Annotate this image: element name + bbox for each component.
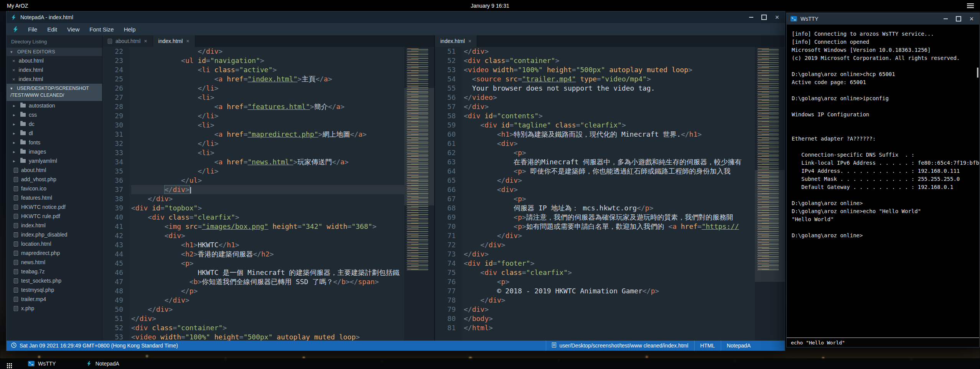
code-line[interactable]: </div> xyxy=(464,47,755,56)
code-line[interactable]: </li> xyxy=(131,84,404,93)
app-launcher-button[interactable] xyxy=(7,363,12,364)
code-line[interactable]: <a href="news.html">玩家傳送門</a> xyxy=(131,157,404,167)
tree-file[interactable]: HKWTC rule.pdf xyxy=(7,212,102,221)
code-line[interactable]: HKWTC 是一個 Minecraft 的建築伺服器，主要建築計劃包括鐵 xyxy=(131,268,404,277)
notepada-titlebar[interactable]: NotepadA - index.html × xyxy=(7,12,785,23)
code-line[interactable]: </div> xyxy=(464,231,755,240)
editor-tab[interactable]: index.html× xyxy=(153,35,195,47)
editor-tab[interactable]: about.html× xyxy=(102,35,153,47)
code-line[interactable]: <p>請注意，我們的伺服器為確保玩家及遊玩時的質素，我們對的服務開 xyxy=(464,213,755,222)
code-line[interactable]: </div> xyxy=(131,314,404,323)
tree-folder[interactable]: ▸css xyxy=(7,110,102,119)
code-line[interactable]: <div id="tagline" class="clearfix"> xyxy=(464,121,755,130)
minimap-viewport[interactable] xyxy=(755,170,785,282)
code-line[interactable]: <div> xyxy=(464,185,755,194)
code-line[interactable]: <a href="features.html">簡介</a> xyxy=(131,102,404,111)
tree-file[interactable]: mapredirect.php xyxy=(7,248,102,258)
terminal-scrollbar-thumb[interactable] xyxy=(977,68,978,78)
maximize-icon[interactable] xyxy=(760,13,768,21)
code-line[interactable]: <li> xyxy=(131,148,404,157)
code-line[interactable]: <a href="mapredirect.php">網上地圖</a> xyxy=(131,130,404,139)
tab-close-icon[interactable]: × xyxy=(144,38,147,44)
code-line[interactable]: <div id="footer"> xyxy=(464,259,755,268)
tree-folder[interactable]: ▸autostation xyxy=(7,101,102,110)
code-line[interactable]: </div> xyxy=(131,47,404,56)
code-line[interactable]: <li class="active"> xyxy=(131,65,404,74)
code-editor-right[interactable]: 5152535455565758596061626364656667686970… xyxy=(435,47,755,341)
code-line[interactable]: </body> xyxy=(464,314,755,323)
tree-folder[interactable]: ▸fonts xyxy=(7,138,102,147)
code-line[interactable]: <video width="100%" height="500px" autop… xyxy=(464,65,755,74)
code-line[interactable]: 在香港的Minecraft 伺服器中，多為小遊戲和純生存的伺服器，較少擁有 xyxy=(464,157,755,167)
tree-file[interactable]: teabag.7z xyxy=(7,267,102,276)
code-line[interactable]: </html> xyxy=(464,323,755,333)
code-line[interactable]: </div> xyxy=(464,176,755,185)
code-line[interactable]: © 2018 - 2019 HKWTC Animation Gamer</p> xyxy=(464,286,755,296)
close-icon[interactable]: × xyxy=(773,13,781,21)
code-lines-left[interactable]: </div> <ul id="navigation"> <li class="a… xyxy=(129,47,404,341)
code-line[interactable]: <p> xyxy=(131,259,404,268)
terminal-output[interactable]: [info] Connecting to arozos WsTTY servic… xyxy=(787,25,979,338)
code-line[interactable]: </li> xyxy=(131,167,404,176)
code-line[interactable]: </div> xyxy=(131,185,404,194)
tree-file[interactable]: x.php xyxy=(7,304,102,313)
code-line[interactable]: </li> xyxy=(131,139,404,148)
minimize-icon[interactable] xyxy=(942,15,949,23)
tree-file[interactable]: favicon.ico xyxy=(7,184,102,193)
open-editor-item[interactable]: ×index.html xyxy=(7,65,102,74)
code-line[interactable]: <h2>香港的建築伺服器</h2> xyxy=(131,250,404,259)
code-line[interactable]: </div> xyxy=(131,194,404,204)
maximize-icon[interactable] xyxy=(955,15,962,23)
tree-file[interactable]: features.html xyxy=(7,193,102,202)
code-line[interactable]: </video> xyxy=(464,93,755,102)
code-line[interactable]: <div class="container"> xyxy=(464,56,755,65)
editor-tab[interactable]: index.html× xyxy=(435,35,477,47)
tree-file[interactable]: about.html xyxy=(7,165,102,175)
tree-folder[interactable]: ▸dl xyxy=(7,129,102,138)
code-lines-right[interactable]: </div><div class="container"><video widt… xyxy=(462,47,755,341)
code-line[interactable]: <div> xyxy=(464,139,755,148)
code-line[interactable]: Your browser does not support the video … xyxy=(464,84,755,93)
minimap-right[interactable] xyxy=(755,47,785,341)
code-line[interactable]: <a href="index.html">主頁</a> xyxy=(131,74,404,84)
task-item-wstty[interactable]: WsTTY xyxy=(22,358,62,369)
tree-file[interactable]: HKWTC notice.pdf xyxy=(7,202,102,212)
close-icon[interactable]: × xyxy=(968,15,975,23)
tree-file[interactable]: add_vhost.php xyxy=(7,175,102,184)
tree-folder[interactable]: ▸images xyxy=(7,147,102,156)
hamburger-menu-icon[interactable] xyxy=(967,3,974,4)
code-line[interactable]: <li> xyxy=(131,93,404,102)
terminal-input[interactable]: echo "Hello World" xyxy=(787,338,979,347)
code-line[interactable]: <img src="images/box.png" height="342" w… xyxy=(131,222,404,231)
code-line[interactable]: <ul id="navigation"> xyxy=(131,56,404,65)
close-file-icon[interactable]: × xyxy=(12,76,15,82)
tree-file[interactable]: testmysql.php xyxy=(7,285,102,295)
tree-root-header[interactable]: ▾ USER/DESKTOP/SCREENSHOT /TEST/WWW CLEA… xyxy=(7,84,102,101)
code-line[interactable]: </div> xyxy=(464,296,755,305)
tree-folder[interactable]: ▸dc xyxy=(7,119,102,129)
tree-file[interactable]: test_sockets.php xyxy=(7,276,102,285)
menu-item-edit[interactable]: Edit xyxy=(42,24,62,35)
code-line[interactable]: <p> 即使你不是建築師，你也能透過紅石師或鐵路工程師的身份加入我 xyxy=(464,167,755,176)
code-line[interactable]: <div> xyxy=(131,231,404,240)
code-line[interactable]: <p> xyxy=(464,277,755,286)
code-line[interactable]: </div> xyxy=(131,296,404,305)
tree-file[interactable]: news.html xyxy=(7,258,102,267)
tab-close-icon[interactable]: × xyxy=(468,38,471,44)
code-line[interactable]: </div> xyxy=(464,240,755,250)
code-line[interactable]: <li> xyxy=(131,121,404,130)
task-item-notepada[interactable]: NotepadA xyxy=(80,358,125,369)
menu-item-view[interactable]: View xyxy=(62,24,84,35)
open-editors-header[interactable]: ▾ OPEN EDITORS xyxy=(7,48,102,56)
open-editor-item[interactable]: ×index.html xyxy=(7,74,102,84)
tree-file[interactable]: trailer.mp4 xyxy=(7,295,102,304)
code-line[interactable]: <div class="clearfix"> xyxy=(131,213,404,222)
code-line[interactable]: </li> xyxy=(131,111,404,121)
code-line[interactable]: <p>如有問題或需要申請白名單，歡迎加入我們的 <a href="https:/… xyxy=(464,222,755,231)
wstty-titlebar[interactable]: WsTTY × xyxy=(787,13,979,25)
tree-folder[interactable]: ▸yamlyamlml xyxy=(7,156,102,165)
menu-item-file[interactable]: File xyxy=(23,24,42,35)
code-line[interactable]: <div id="topbox"> xyxy=(131,204,404,213)
minimap-viewport[interactable] xyxy=(404,88,434,205)
code-line[interactable]: 伺服器 IP 地址為： mcs.hkwtc.org</p> xyxy=(464,204,755,213)
